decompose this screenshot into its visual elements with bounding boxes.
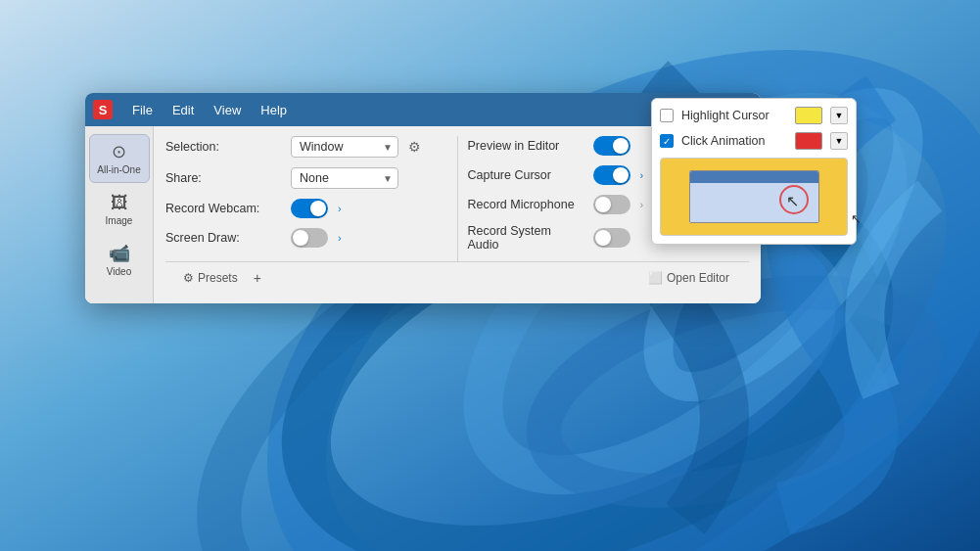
record-webcam-toggle[interactable] xyxy=(291,199,328,218)
selection-select[interactable]: Window Region Full Screen Scrolling xyxy=(291,136,398,158)
sidebar-item-image[interactable]: 🖼 Image xyxy=(89,187,150,233)
preview-titlebar xyxy=(690,171,818,183)
cursor-preview-icon: ↖ xyxy=(786,192,799,210)
click-animation-row: ✓ Click Animation ▼ xyxy=(660,132,848,150)
add-preset-button[interactable]: + xyxy=(250,268,265,288)
selection-row: Selection: Window Region Full Screen Scr… xyxy=(165,136,447,158)
screen-draw-row: Screen Draw: › xyxy=(165,228,447,248)
screen-draw-arrow[interactable]: › xyxy=(338,232,342,244)
sidebar-item-video[interactable]: 📹 Video xyxy=(89,237,150,284)
click-animation-label: Click Animation xyxy=(681,134,787,148)
capture-cursor-slider xyxy=(593,165,630,185)
menu-bar: File Edit View Help xyxy=(124,99,295,121)
click-animation-color-button[interactable]: ▼ xyxy=(830,132,848,150)
screen-draw-toggle[interactable] xyxy=(291,228,328,248)
record-webcam-row: Record Webcam: › xyxy=(165,199,447,218)
video-label: Video xyxy=(107,266,131,278)
add-icon: + xyxy=(254,270,261,286)
record-system-audio-label: Record System Audio xyxy=(468,224,585,252)
preview-screenshot: ↖ xyxy=(689,170,819,224)
preview-in-editor-slider xyxy=(593,136,630,156)
highlight-cursor-label: Highlight Cursor xyxy=(681,109,787,122)
left-column: Selection: Window Region Full Screen Scr… xyxy=(165,136,458,261)
highlight-cursor-checkbox[interactable] xyxy=(660,109,674,122)
share-select[interactable]: None Clipboard File FTP xyxy=(291,167,398,189)
image-label: Image xyxy=(106,215,133,227)
sidebar: ⊙ All-in-One 🖼 Image 📹 Video xyxy=(85,126,154,303)
sidebar-item-all-in-one[interactable]: ⊙ All-in-One xyxy=(89,134,150,183)
screen-draw-slider xyxy=(291,228,328,248)
presets-button[interactable]: ⚙ Presets xyxy=(177,268,244,288)
capture-cursor-arrow[interactable]: › xyxy=(640,169,644,181)
video-icon: 📹 xyxy=(109,243,130,264)
menu-view[interactable]: View xyxy=(206,99,249,121)
open-editor-button[interactable]: ⬜ Open Editor xyxy=(640,268,737,288)
popup-cursor-indicator: ↖ xyxy=(851,211,862,226)
bottom-bar: ⚙ Presets + ⬜ Open Editor xyxy=(165,261,749,294)
menu-help[interactable]: Help xyxy=(253,99,295,121)
selection-label: Selection: xyxy=(165,140,283,154)
screen-draw-label: Screen Draw: xyxy=(165,231,283,245)
highlight-cursor-row: Highlight Cursor ▼ xyxy=(660,107,848,124)
selection-select-wrapper: Window Region Full Screen Scrolling ▼ xyxy=(291,136,398,158)
menu-edit[interactable]: Edit xyxy=(164,99,202,121)
all-in-one-label: All-in-One xyxy=(97,164,140,176)
record-microphone-arrow[interactable]: › xyxy=(640,199,644,210)
preview-inner: ↖ xyxy=(661,159,847,235)
record-webcam-label: Record Webcam: xyxy=(165,202,283,215)
menu-file[interactable]: File xyxy=(124,99,161,121)
record-webcam-slider xyxy=(291,199,328,218)
share-label: Share: xyxy=(165,171,283,185)
capture-cursor-toggle[interactable] xyxy=(593,165,630,185)
record-microphone-slider xyxy=(593,195,630,214)
record-system-audio-toggle[interactable] xyxy=(593,228,630,248)
cursor-preview: ↖ xyxy=(660,158,848,236)
gear-icon-presets: ⚙ xyxy=(183,271,194,285)
preview-in-editor-label: Preview in Editor xyxy=(468,139,585,153)
click-animation-color-swatch xyxy=(795,132,822,150)
open-editor-icon: ⬜ xyxy=(648,271,663,285)
all-in-one-icon: ⊙ xyxy=(112,141,126,162)
capture-cursor-label: Capture Cursor xyxy=(468,168,585,182)
highlight-color-button[interactable]: ▼ xyxy=(830,107,848,124)
highlight-color-swatch xyxy=(795,107,822,124)
share-row: Share: None Clipboard File FTP ▼ xyxy=(165,167,447,189)
record-microphone-label: Record Microphone xyxy=(468,198,585,211)
record-system-audio-slider xyxy=(593,228,630,248)
selection-gear-button[interactable]: ⚙ xyxy=(406,137,423,157)
share-select-wrapper: None Clipboard File FTP ▼ xyxy=(291,167,398,189)
record-webcam-arrow[interactable]: › xyxy=(338,203,342,214)
open-editor-label: Open Editor xyxy=(667,271,729,285)
click-animation-checkbox[interactable]: ✓ xyxy=(660,134,674,148)
cursor-options-popup: Highlight Cursor ▼ ✓ Click Animation ▼ ↖… xyxy=(651,98,857,245)
preview-in-editor-toggle[interactable] xyxy=(593,136,630,156)
presets-label: Presets xyxy=(198,271,238,285)
record-microphone-toggle[interactable] xyxy=(593,195,630,214)
image-icon: 🖼 xyxy=(111,193,128,213)
app-logo: S xyxy=(93,100,113,119)
